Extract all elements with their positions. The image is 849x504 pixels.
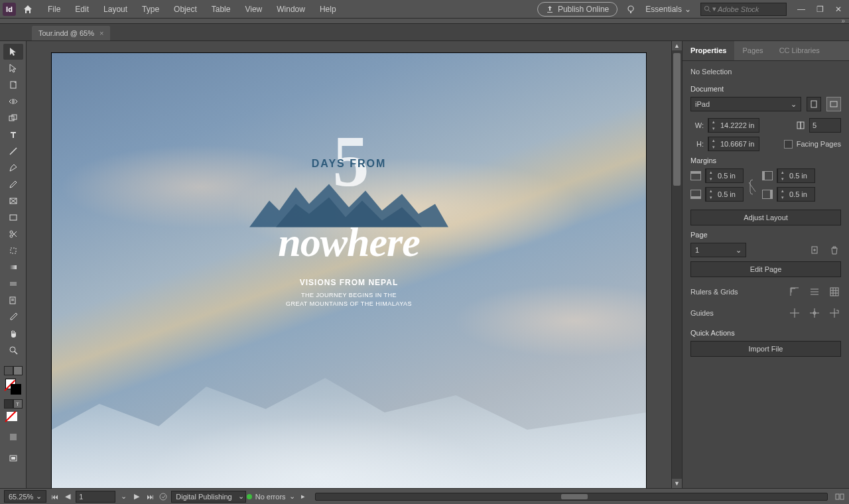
hand-tool[interactable] (3, 326, 23, 342)
margin-right-input[interactable]: ▴▾ (777, 187, 815, 202)
pencil-tool[interactable] (3, 176, 23, 192)
prev-page-button[interactable]: ◀ (62, 491, 73, 502)
split-view-icon[interactable] (834, 491, 845, 502)
snap-guides-icon[interactable] (808, 306, 821, 320)
margin-left-input[interactable]: ▴▾ (777, 168, 815, 183)
width-input[interactable]: ▴▾ (708, 118, 759, 133)
page-number-input[interactable]: 1 (76, 491, 115, 503)
zoom-level-dropdown[interactable]: 65.25%⌄ (4, 490, 46, 503)
document-grid-icon[interactable] (828, 285, 841, 298)
status-more-button[interactable]: ▸ (298, 491, 308, 502)
margin-bottom-input[interactable]: ▴▾ (705, 187, 744, 202)
vertical-scrollbar[interactable]: ▲ ▼ (671, 41, 682, 488)
close-tab-icon[interactable]: × (99, 29, 103, 37)
menu-file[interactable]: File (41, 2, 67, 17)
import-file-button[interactable]: Import File (690, 341, 841, 357)
default-fill-stroke[interactable] (4, 412, 23, 424)
direct-selection-tool[interactable] (3, 60, 23, 76)
smart-guides-icon[interactable] (828, 306, 841, 320)
page-dropdown-button[interactable]: ⌄ (118, 491, 129, 502)
facing-pages-checkbox[interactable] (784, 140, 793, 149)
maximize-button[interactable]: ❐ (812, 3, 828, 15)
document-page[interactable]: 5 DAYS FROM nowhere VISIONS FROM NEPAL T… (52, 53, 646, 488)
hscroll-thumb[interactable] (561, 494, 588, 499)
fill-stroke-toggle[interactable] (4, 366, 23, 375)
rectangle-tool[interactable] (3, 210, 23, 225)
menu-edit[interactable]: Edit (68, 2, 96, 17)
page-tool[interactable] (3, 77, 23, 93)
margin-top-field[interactable] (715, 172, 743, 180)
tab-pages[interactable]: Pages (734, 41, 771, 60)
menu-table[interactable]: Table (205, 2, 237, 17)
adjust-layout-button[interactable]: Adjust Layout (690, 210, 841, 225)
apply-color-toggle[interactable]: T (4, 399, 23, 409)
publish-online-button[interactable]: Publish Online (537, 2, 618, 17)
show-guides-icon[interactable] (788, 306, 801, 320)
search-box[interactable]: ▾ Adobe Stock (700, 3, 787, 16)
scroll-down-arrow[interactable]: ▼ (672, 479, 682, 488)
eyedropper-tool[interactable] (3, 309, 23, 325)
orientation-landscape[interactable] (826, 97, 841, 111)
rendering-intent-dropdown[interactable]: Digital Publishing (171, 491, 245, 503)
scissors-tool[interactable] (3, 226, 23, 242)
orientation-portrait[interactable] (807, 97, 821, 111)
gradient-swatch-tool[interactable] (3, 259, 23, 275)
baseline-grid-icon[interactable] (808, 285, 821, 298)
minimize-button[interactable]: — (793, 3, 809, 15)
preflight-status[interactable]: No errors ⌄ (247, 492, 295, 501)
content-collector-tool[interactable] (3, 110, 23, 126)
fill-stroke-swatch[interactable] (4, 379, 23, 395)
rectangle-frame-tool[interactable] (3, 193, 23, 209)
first-page-button[interactable]: ⏮ (49, 491, 60, 502)
gradient-feather-tool[interactable] (3, 276, 23, 292)
free-transform-tool[interactable] (3, 243, 23, 259)
menu-type[interactable]: Type (135, 2, 166, 17)
home-icon[interactable] (20, 1, 36, 17)
menu-object[interactable]: Object (167, 2, 204, 17)
type-tool[interactable] (3, 127, 23, 143)
line-tool[interactable] (3, 143, 23, 159)
next-page-button[interactable]: ▶ (131, 491, 142, 502)
rulers-icon[interactable] (788, 285, 801, 298)
height-input[interactable]: ▴▾ (708, 137, 759, 151)
margin-left-field[interactable] (787, 172, 815, 180)
page-preset-dropdown[interactable]: iPad⌄ (690, 97, 801, 111)
horizontal-scrollbar[interactable] (315, 493, 828, 501)
pages-input[interactable] (809, 118, 841, 133)
document-tab[interactable]: Tour.indd @ 65% × (32, 26, 110, 40)
height-field[interactable] (718, 140, 759, 148)
menu-help[interactable]: Help (313, 2, 343, 17)
tab-properties[interactable]: Properties (683, 41, 734, 60)
page-number-dropdown[interactable]: 1⌄ (690, 243, 746, 257)
delete-page-icon[interactable] (828, 243, 841, 257)
tab-cc-libraries[interactable]: CC Libraries (771, 41, 828, 60)
zoom-tool[interactable] (3, 342, 23, 358)
pen-tool[interactable] (3, 160, 23, 176)
control-strip-more[interactable]: » (841, 17, 845, 25)
hints-icon[interactable] (625, 4, 636, 15)
selection-tool[interactable] (3, 44, 23, 60)
svg-point-2 (704, 6, 708, 10)
scroll-thumb[interactable] (673, 53, 681, 186)
edit-page-button[interactable]: Edit Page (690, 261, 841, 277)
canvas-viewport[interactable]: 5 DAYS FROM nowhere VISIONS FROM NEPAL T… (27, 41, 671, 488)
gap-tool[interactable] (3, 94, 23, 109)
link-margins-icon[interactable] (749, 177, 757, 197)
view-mode-toggle[interactable] (3, 429, 23, 445)
new-page-icon[interactable] (808, 243, 821, 257)
workspace-switcher[interactable]: Essentials ⌄ (645, 5, 691, 14)
menu-view[interactable]: View (238, 2, 269, 17)
margin-top-input[interactable]: ▴▾ (705, 168, 744, 183)
close-button[interactable]: ✕ (830, 3, 846, 15)
last-page-button[interactable]: ⏭ (145, 491, 155, 502)
open-indicator-icon[interactable] (158, 491, 168, 502)
width-field[interactable] (718, 121, 759, 129)
scroll-up-arrow[interactable]: ▲ (672, 41, 682, 50)
menu-layout[interactable]: Layout (97, 2, 134, 17)
margin-right-field[interactable] (787, 190, 815, 198)
screen-mode-toggle[interactable] (3, 450, 23, 466)
pages-field[interactable] (810, 121, 836, 129)
note-tool[interactable] (3, 292, 23, 308)
menu-window[interactable]: Window (270, 2, 312, 17)
margin-bottom-field[interactable] (715, 190, 743, 198)
